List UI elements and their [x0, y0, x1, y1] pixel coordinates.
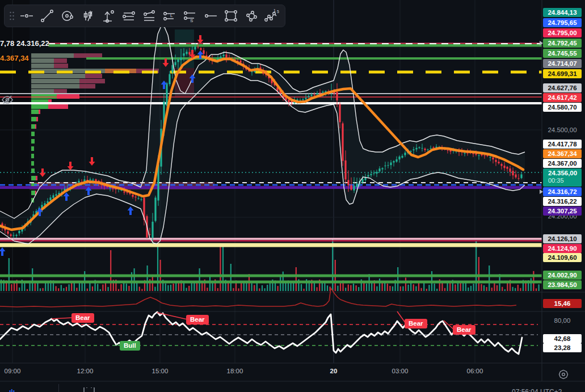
bear-signal-flag: Bear [71, 313, 94, 323]
overlay-price-text-2: 4.367,34 [0, 54, 29, 62]
svg-text:1: 1 [273, 9, 276, 12]
horizontal-ray-tool-icon[interactable] [201, 7, 220, 25]
bear-signal-flag: Bear [453, 325, 475, 335]
bottom-toolbar-divider [58, 384, 59, 392]
time-axis-label: 12:00 [77, 368, 94, 374]
bars-pattern-tool-icon[interactable] [78, 7, 98, 25]
svg-text:S: S [190, 18, 193, 23]
elliott-wave-tool-icon[interactable]: 15 [262, 7, 281, 25]
price-label[interactable]: 24.126,10 [543, 234, 582, 243]
time-axis-label: 20 [330, 368, 338, 374]
bull-signal-flag: Bull [120, 341, 140, 351]
price-label[interactable]: 24.792,45 [543, 39, 582, 48]
trading-chart-window: LS15 7,78 24.316,22 4.367,34 24.844,1324… [0, 0, 585, 392]
price-label[interactable]: 24.002,90 [543, 271, 582, 280]
drawing-toolbar: LS15 [4, 5, 285, 27]
circle-tool-icon[interactable] [58, 7, 77, 25]
price-label[interactable]: 24.316,22 [543, 197, 582, 206]
price-label[interactable]: 24.367,34 [543, 149, 582, 158]
price-label[interactable]: 24.745,55 [543, 49, 582, 58]
calendar-icon[interactable] [83, 387, 95, 392]
price-label[interactable]: 24.699,31 [543, 69, 582, 78]
price-label[interactable]: 24.795,00 [543, 28, 582, 37]
timezone-settings-gear-icon[interactable] [557, 369, 570, 380]
trend-line-tool-icon[interactable] [37, 7, 57, 25]
cross-dot-tool-icon[interactable] [17, 7, 36, 25]
bear-signal-flag: Bear [405, 319, 427, 328]
time-axis-label: 18:00 [227, 368, 243, 374]
price-label[interactable]: 24.417,78 [543, 140, 582, 149]
price-label[interactable]: 24.307,25 [543, 206, 582, 216]
grip-handle-icon[interactable] [8, 7, 16, 25]
bear-signal-flag: Bear [186, 315, 209, 324]
last-value-notch-icon [540, 41, 543, 45]
time-axis-label: 09:00 [5, 368, 21, 374]
time-axis-label: 15:00 [152, 368, 169, 374]
price-label[interactable]: 24.714,07 [543, 59, 582, 68]
price-label[interactable]: 24.367,00 [543, 159, 582, 168]
parallel-channel-tool-icon[interactable] [119, 7, 138, 25]
price-label[interactable]: 23.984,50 [543, 280, 582, 289]
price-label[interactable]: 24.124,90 [543, 244, 582, 253]
eye-slash-icon[interactable] [1, 94, 14, 106]
price-axis-tick: 24.500,00 [543, 125, 582, 134]
last-value-notch-icon [540, 189, 543, 194]
disjoint-channel-tool-icon[interactable] [140, 7, 159, 25]
svg-text:5: 5 [277, 10, 279, 14]
price-label[interactable]: 24.627,76 [543, 83, 582, 92]
overlay-price-text-1: 7,78 24.316,22 [0, 39, 49, 48]
rectangle-tool-icon[interactable] [221, 7, 241, 25]
price-label[interactable]: 42,68 [543, 334, 582, 343]
short-position-tool-icon[interactable]: S [180, 7, 200, 25]
svg-text:L: L [170, 13, 173, 18]
price-label[interactable]: 15,46 [543, 299, 582, 308]
rotated-rectangle-tool-icon[interactable] [242, 7, 261, 25]
price-label[interactable]: 23,28 [543, 343, 582, 352]
price-label[interactable]: 24.109,60 [543, 253, 582, 262]
clock-utc-label[interactable]: 07:56:04 UTC+2 [512, 388, 562, 392]
price-label[interactable]: 24.316,72 [543, 187, 582, 196]
long-position-tool-icon[interactable]: L [160, 7, 179, 25]
bottom-toolbar-fragment[interactable]: ılı [9, 388, 15, 392]
price-label[interactable]: 24.617,42 [543, 93, 582, 102]
price-label[interactable]: 24.356,0000:35 [543, 168, 582, 187]
arrow-marker-tool-icon[interactable] [99, 7, 118, 25]
price-label[interactable]: 24.795,65 [543, 18, 582, 27]
time-axis-label: 06:00 [467, 368, 483, 374]
price-chart-svg [0, 0, 585, 392]
price-label[interactable]: 24.844,13 [543, 8, 582, 17]
time-axis-label: 03:00 [392, 368, 409, 374]
price-axis-tick: 80,00 [543, 316, 582, 325]
price-label[interactable]: 24.580,70 [543, 103, 582, 112]
